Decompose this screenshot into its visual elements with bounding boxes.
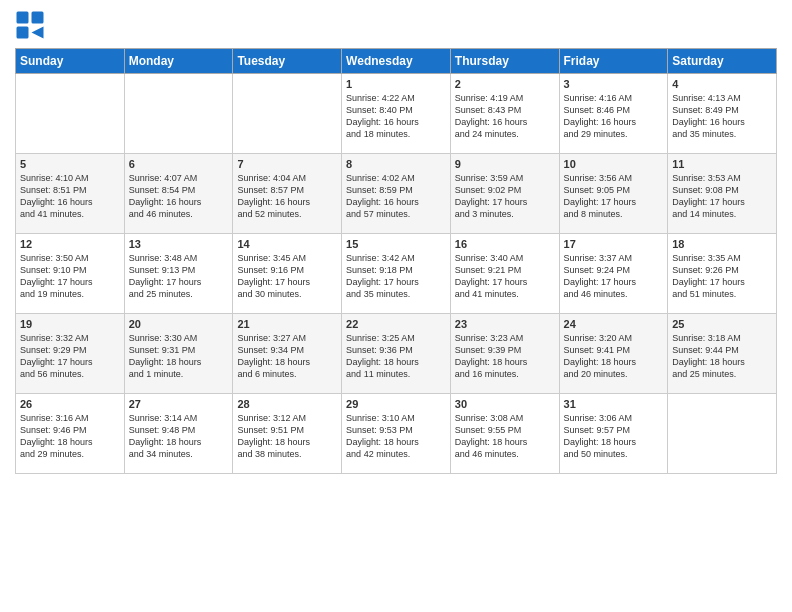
day-cell: 17Sunrise: 3:37 AM Sunset: 9:24 PM Dayli… xyxy=(559,234,668,314)
svg-rect-2 xyxy=(17,27,29,39)
day-number: 11 xyxy=(672,158,772,170)
day-info: Sunrise: 3:32 AM Sunset: 9:29 PM Dayligh… xyxy=(20,332,120,381)
day-cell: 21Sunrise: 3:27 AM Sunset: 9:34 PM Dayli… xyxy=(233,314,342,394)
day-info: Sunrise: 4:10 AM Sunset: 8:51 PM Dayligh… xyxy=(20,172,120,221)
day-number: 2 xyxy=(455,78,555,90)
day-cell: 1Sunrise: 4:22 AM Sunset: 8:40 PM Daylig… xyxy=(342,74,451,154)
week-row-4: 19Sunrise: 3:32 AM Sunset: 9:29 PM Dayli… xyxy=(16,314,777,394)
day-cell: 22Sunrise: 3:25 AM Sunset: 9:36 PM Dayli… xyxy=(342,314,451,394)
day-number: 6 xyxy=(129,158,229,170)
day-number: 4 xyxy=(672,78,772,90)
day-number: 8 xyxy=(346,158,446,170)
day-cell: 6Sunrise: 4:07 AM Sunset: 8:54 PM Daylig… xyxy=(124,154,233,234)
logo xyxy=(15,10,49,40)
day-number: 15 xyxy=(346,238,446,250)
day-number: 23 xyxy=(455,318,555,330)
day-cell: 24Sunrise: 3:20 AM Sunset: 9:41 PM Dayli… xyxy=(559,314,668,394)
svg-marker-3 xyxy=(32,27,44,39)
day-number: 20 xyxy=(129,318,229,330)
week-row-2: 5Sunrise: 4:10 AM Sunset: 8:51 PM Daylig… xyxy=(16,154,777,234)
day-number: 26 xyxy=(20,398,120,410)
day-info: Sunrise: 4:19 AM Sunset: 8:43 PM Dayligh… xyxy=(455,92,555,141)
day-info: Sunrise: 3:14 AM Sunset: 9:48 PM Dayligh… xyxy=(129,412,229,461)
col-header-friday: Friday xyxy=(559,49,668,74)
day-number: 21 xyxy=(237,318,337,330)
day-info: Sunrise: 3:10 AM Sunset: 9:53 PM Dayligh… xyxy=(346,412,446,461)
day-number: 3 xyxy=(564,78,664,90)
day-cell: 19Sunrise: 3:32 AM Sunset: 9:29 PM Dayli… xyxy=(16,314,125,394)
logo-icon xyxy=(15,10,45,40)
day-number: 30 xyxy=(455,398,555,410)
day-info: Sunrise: 3:37 AM Sunset: 9:24 PM Dayligh… xyxy=(564,252,664,301)
calendar-table: SundayMondayTuesdayWednesdayThursdayFrid… xyxy=(15,48,777,474)
day-cell: 28Sunrise: 3:12 AM Sunset: 9:51 PM Dayli… xyxy=(233,394,342,474)
day-cell xyxy=(233,74,342,154)
day-number: 17 xyxy=(564,238,664,250)
day-number: 28 xyxy=(237,398,337,410)
day-number: 14 xyxy=(237,238,337,250)
calendar-header-row: SundayMondayTuesdayWednesdayThursdayFrid… xyxy=(16,49,777,74)
day-info: Sunrise: 3:23 AM Sunset: 9:39 PM Dayligh… xyxy=(455,332,555,381)
week-row-1: 1Sunrise: 4:22 AM Sunset: 8:40 PM Daylig… xyxy=(16,74,777,154)
day-info: Sunrise: 3:08 AM Sunset: 9:55 PM Dayligh… xyxy=(455,412,555,461)
day-cell: 25Sunrise: 3:18 AM Sunset: 9:44 PM Dayli… xyxy=(668,314,777,394)
day-cell: 26Sunrise: 3:16 AM Sunset: 9:46 PM Dayli… xyxy=(16,394,125,474)
svg-rect-1 xyxy=(32,12,44,24)
day-cell: 11Sunrise: 3:53 AM Sunset: 9:08 PM Dayli… xyxy=(668,154,777,234)
svg-rect-0 xyxy=(17,12,29,24)
day-info: Sunrise: 3:16 AM Sunset: 9:46 PM Dayligh… xyxy=(20,412,120,461)
day-info: Sunrise: 3:56 AM Sunset: 9:05 PM Dayligh… xyxy=(564,172,664,221)
week-row-5: 26Sunrise: 3:16 AM Sunset: 9:46 PM Dayli… xyxy=(16,394,777,474)
day-cell: 8Sunrise: 4:02 AM Sunset: 8:59 PM Daylig… xyxy=(342,154,451,234)
day-info: Sunrise: 3:53 AM Sunset: 9:08 PM Dayligh… xyxy=(672,172,772,221)
day-cell: 7Sunrise: 4:04 AM Sunset: 8:57 PM Daylig… xyxy=(233,154,342,234)
day-cell: 15Sunrise: 3:42 AM Sunset: 9:18 PM Dayli… xyxy=(342,234,451,314)
day-cell: 23Sunrise: 3:23 AM Sunset: 9:39 PM Dayli… xyxy=(450,314,559,394)
day-info: Sunrise: 4:04 AM Sunset: 8:57 PM Dayligh… xyxy=(237,172,337,221)
day-info: Sunrise: 3:30 AM Sunset: 9:31 PM Dayligh… xyxy=(129,332,229,381)
day-number: 18 xyxy=(672,238,772,250)
day-info: Sunrise: 4:02 AM Sunset: 8:59 PM Dayligh… xyxy=(346,172,446,221)
day-number: 10 xyxy=(564,158,664,170)
day-cell: 10Sunrise: 3:56 AM Sunset: 9:05 PM Dayli… xyxy=(559,154,668,234)
day-info: Sunrise: 3:35 AM Sunset: 9:26 PM Dayligh… xyxy=(672,252,772,301)
day-cell xyxy=(668,394,777,474)
day-number: 12 xyxy=(20,238,120,250)
day-number: 16 xyxy=(455,238,555,250)
col-header-monday: Monday xyxy=(124,49,233,74)
day-info: Sunrise: 3:45 AM Sunset: 9:16 PM Dayligh… xyxy=(237,252,337,301)
day-number: 19 xyxy=(20,318,120,330)
day-cell: 18Sunrise: 3:35 AM Sunset: 9:26 PM Dayli… xyxy=(668,234,777,314)
calendar-body: 1Sunrise: 4:22 AM Sunset: 8:40 PM Daylig… xyxy=(16,74,777,474)
day-cell xyxy=(16,74,125,154)
day-cell: 14Sunrise: 3:45 AM Sunset: 9:16 PM Dayli… xyxy=(233,234,342,314)
col-header-sunday: Sunday xyxy=(16,49,125,74)
day-number: 24 xyxy=(564,318,664,330)
main-container: SundayMondayTuesdayWednesdayThursdayFrid… xyxy=(0,0,792,484)
day-number: 13 xyxy=(129,238,229,250)
week-row-3: 12Sunrise: 3:50 AM Sunset: 9:10 PM Dayli… xyxy=(16,234,777,314)
day-cell: 31Sunrise: 3:06 AM Sunset: 9:57 PM Dayli… xyxy=(559,394,668,474)
day-info: Sunrise: 4:16 AM Sunset: 8:46 PM Dayligh… xyxy=(564,92,664,141)
page-header xyxy=(15,10,777,40)
day-info: Sunrise: 3:27 AM Sunset: 9:34 PM Dayligh… xyxy=(237,332,337,381)
day-info: Sunrise: 3:42 AM Sunset: 9:18 PM Dayligh… xyxy=(346,252,446,301)
day-info: Sunrise: 3:12 AM Sunset: 9:51 PM Dayligh… xyxy=(237,412,337,461)
col-header-thursday: Thursday xyxy=(450,49,559,74)
day-info: Sunrise: 3:59 AM Sunset: 9:02 PM Dayligh… xyxy=(455,172,555,221)
day-info: Sunrise: 3:25 AM Sunset: 9:36 PM Dayligh… xyxy=(346,332,446,381)
day-cell: 5Sunrise: 4:10 AM Sunset: 8:51 PM Daylig… xyxy=(16,154,125,234)
day-info: Sunrise: 3:40 AM Sunset: 9:21 PM Dayligh… xyxy=(455,252,555,301)
col-header-wednesday: Wednesday xyxy=(342,49,451,74)
day-cell: 12Sunrise: 3:50 AM Sunset: 9:10 PM Dayli… xyxy=(16,234,125,314)
day-cell: 3Sunrise: 4:16 AM Sunset: 8:46 PM Daylig… xyxy=(559,74,668,154)
day-info: Sunrise: 4:22 AM Sunset: 8:40 PM Dayligh… xyxy=(346,92,446,141)
day-number: 22 xyxy=(346,318,446,330)
day-cell: 29Sunrise: 3:10 AM Sunset: 9:53 PM Dayli… xyxy=(342,394,451,474)
day-number: 25 xyxy=(672,318,772,330)
day-info: Sunrise: 3:20 AM Sunset: 9:41 PM Dayligh… xyxy=(564,332,664,381)
day-info: Sunrise: 3:48 AM Sunset: 9:13 PM Dayligh… xyxy=(129,252,229,301)
day-info: Sunrise: 3:18 AM Sunset: 9:44 PM Dayligh… xyxy=(672,332,772,381)
day-number: 27 xyxy=(129,398,229,410)
day-info: Sunrise: 4:13 AM Sunset: 8:49 PM Dayligh… xyxy=(672,92,772,141)
